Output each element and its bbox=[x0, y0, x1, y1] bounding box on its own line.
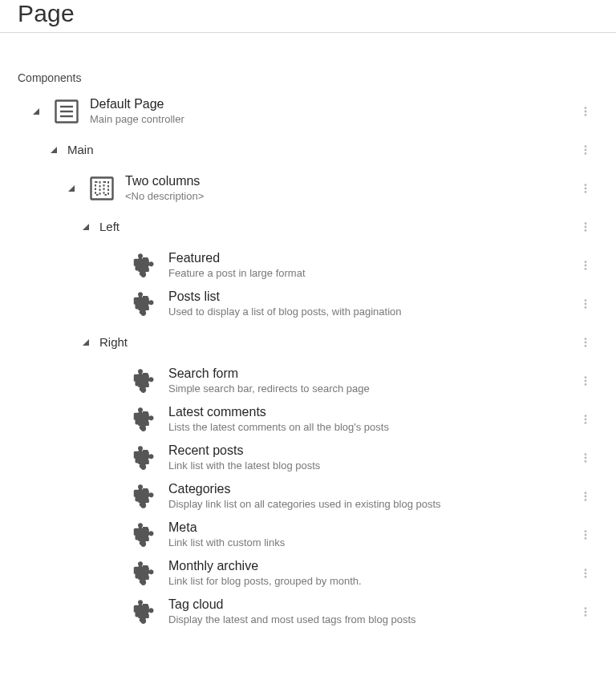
node-description: Display the latest and most used tags fr… bbox=[168, 613, 573, 626]
page-title: Page bbox=[18, 0, 598, 27]
tree-node-main[interactable]: Main bbox=[18, 131, 598, 169]
node-title: Categories bbox=[168, 481, 573, 496]
more-actions-icon[interactable] bbox=[573, 144, 598, 156]
node-title: Tag cloud bbox=[168, 597, 573, 612]
node-title: Recent posts bbox=[168, 443, 573, 458]
tree-node-two-columns[interactable]: Two columns <No description> bbox=[18, 169, 598, 208]
more-actions-icon[interactable] bbox=[573, 414, 598, 425]
more-actions-icon[interactable] bbox=[573, 452, 598, 463]
tree-node-left[interactable]: Left bbox=[18, 208, 598, 246]
puzzle-piece-icon bbox=[127, 444, 164, 471]
tree-node-component[interactable]: Categories Display link list on all cate… bbox=[18, 477, 598, 516]
node-title: Search form bbox=[168, 366, 573, 381]
node-description: Used to display a list of blog posts, wi… bbox=[168, 306, 573, 318]
node-title: Left bbox=[99, 220, 573, 234]
node-description: Main page controller bbox=[90, 113, 573, 126]
tree-node-component[interactable]: Posts list Used to display a list of blo… bbox=[18, 285, 598, 323]
more-actions-icon[interactable] bbox=[573, 298, 598, 310]
puzzle-piece-icon bbox=[127, 560, 164, 587]
node-title: Meta bbox=[168, 520, 573, 535]
node-title: Monthly archive bbox=[168, 558, 573, 573]
node-title: Right bbox=[99, 335, 573, 350]
expand-toggle-icon[interactable] bbox=[29, 107, 43, 115]
tree-node-component[interactable]: Latest comments Lists the latest comment… bbox=[18, 400, 598, 439]
columns-icon bbox=[83, 176, 120, 201]
node-title: Featured bbox=[168, 250, 573, 265]
more-actions-icon[interactable] bbox=[573, 260, 598, 271]
node-description: Link list with custom links bbox=[168, 536, 573, 549]
more-actions-icon[interactable] bbox=[573, 106, 598, 117]
more-actions-icon[interactable] bbox=[573, 183, 598, 194]
tree-node-right[interactable]: Right bbox=[18, 323, 598, 362]
node-title: Main bbox=[67, 143, 573, 157]
components-tree: Default Page Main page controller Main T… bbox=[0, 92, 616, 650]
tree-node-component[interactable]: Monthly archive Link list for blog posts… bbox=[18, 554, 598, 593]
node-description: <No description> bbox=[125, 190, 573, 203]
tree-node-component[interactable]: Recent posts Link list with the latest b… bbox=[18, 439, 598, 477]
node-description: Simple search bar, redirects to search p… bbox=[168, 382, 573, 395]
node-title: Two columns bbox=[125, 173, 573, 188]
tree-node-component[interactable]: Featured Feature a post in large format bbox=[18, 246, 598, 285]
node-description: Link list with the latest blog posts bbox=[168, 459, 573, 472]
more-actions-icon[interactable] bbox=[573, 606, 598, 617]
tree-node-component[interactable]: Tag cloud Display the latest and most us… bbox=[18, 593, 598, 631]
node-title: Latest comments bbox=[168, 404, 573, 419]
node-description: Lists the latest comments on all the blo… bbox=[168, 421, 573, 434]
expand-toggle-icon[interactable] bbox=[47, 146, 61, 154]
more-actions-icon[interactable] bbox=[573, 221, 598, 233]
more-actions-icon[interactable] bbox=[573, 337, 598, 348]
tree-node-component[interactable]: Meta Link list with custom links bbox=[18, 516, 598, 554]
puzzle-piece-icon bbox=[127, 483, 164, 510]
tree-node-default-page[interactable]: Default Page Main page controller bbox=[18, 92, 598, 131]
page-icon bbox=[48, 99, 85, 124]
more-actions-icon[interactable] bbox=[573, 491, 598, 502]
expand-toggle-icon[interactable] bbox=[79, 338, 93, 346]
node-title: Default Page bbox=[90, 96, 573, 111]
node-description: Display link list on all categories used… bbox=[168, 498, 573, 511]
more-actions-icon[interactable] bbox=[573, 568, 598, 579]
more-actions-icon[interactable] bbox=[573, 529, 598, 540]
puzzle-piece-icon bbox=[127, 252, 164, 279]
tree-node-component[interactable]: Search form Simple search bar, redirects… bbox=[18, 362, 598, 400]
expand-toggle-icon[interactable] bbox=[64, 184, 79, 192]
node-title: Posts list bbox=[168, 289, 573, 304]
more-actions-icon[interactable] bbox=[573, 375, 598, 386]
puzzle-piece-icon bbox=[127, 290, 164, 318]
puzzle-piece-icon bbox=[127, 521, 164, 548]
node-description: Feature a post in large format bbox=[168, 267, 573, 280]
expand-toggle-icon[interactable] bbox=[79, 223, 93, 231]
puzzle-piece-icon bbox=[127, 367, 164, 395]
puzzle-piece-icon bbox=[127, 598, 164, 625]
puzzle-piece-icon bbox=[127, 406, 164, 433]
node-description: Link list for blog posts, grouped by mon… bbox=[168, 575, 573, 588]
components-heading: Components bbox=[0, 33, 616, 92]
